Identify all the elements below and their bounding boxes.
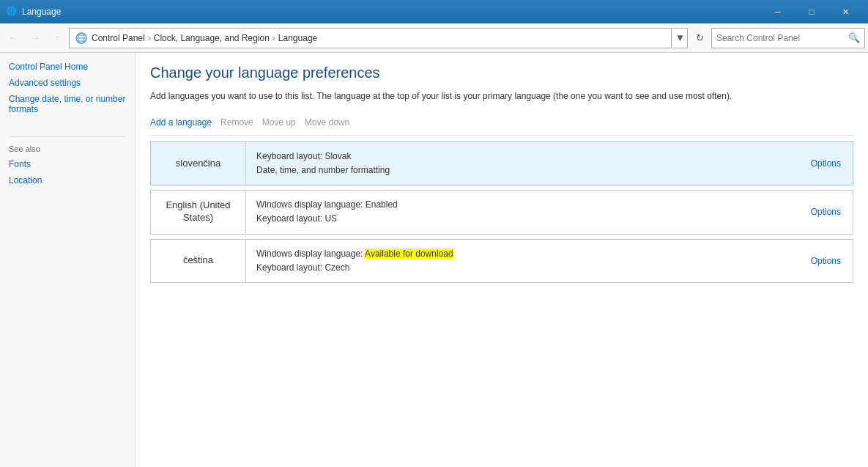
sidebar-item-fonts[interactable]: Fonts [9,159,126,169]
lang-options-slovenčina: Options [799,142,853,185]
content-area: Change your language preferences Add lan… [136,53,868,467]
sidebar-divider [9,136,126,137]
options-link-slovenčina[interactable]: Options [811,158,841,169]
lang-detail-keyboard-czech: Keyboard layout: Czech [256,261,789,275]
lang-detail-display-czech: Windows display language: Available for … [256,247,789,261]
lang-details-english: Windows display language: Enabled Keyboa… [246,191,799,233]
sidebar-item-change-date-time[interactable]: Change date, time, or number formats [9,94,126,114]
lang-name-čeština: čeština [151,240,246,282]
sidebar-item-advanced-settings[interactable]: Advanced settings [9,78,126,88]
title-bar-icon: 🌐 [6,6,18,18]
breadcrumb-control-panel[interactable]: Control Panel [92,33,145,43]
see-also-section: See also Fonts Location [9,144,126,191]
move-down-button[interactable]: Move down [305,114,355,130]
back-button[interactable]: ← [3,28,23,48]
see-also-label: See also [9,144,126,153]
lang-options-čeština: Options [799,240,853,282]
title-bar: 🌐 Language ─ □ ✕ [0,0,868,23]
address-dropdown-button[interactable]: ▼ [673,28,688,48]
refresh-button[interactable]: ↻ [689,28,710,48]
search-box: 🔍 [711,28,865,48]
options-link-english[interactable]: Options [811,207,841,217]
language-toolbar: Add a language Remove Move up Move down [150,114,853,136]
lang-options-english: Options [799,191,853,233]
language-item-slovenčina[interactable]: slovenčina Keyboard layout: Slovak Date,… [150,141,853,185]
lang-details-slovenčina: Keyboard layout: Slovak Date, time, and … [246,142,799,185]
forward-button[interactable]: → [25,28,45,48]
sidebar-nav: Control Panel Home Advanced settings Cha… [9,62,126,120]
address-bar: ← → ↑ Control Panel › Clock, Language, a… [0,23,868,53]
language-item-čeština[interactable]: čeština Windows display language: Availa… [150,239,853,283]
sidebar-item-location[interactable]: Location [9,175,126,185]
address-path[interactable]: Control Panel › Clock, Language, and Reg… [69,28,672,48]
lang-detail-keyboard-slovak: Keyboard layout: Slovak [256,150,789,163]
lang-detail-display-czech-highlight: Available for download [365,249,453,259]
sidebar: Control Panel Home Advanced settings Cha… [0,53,136,467]
lang-name-english: English (United States) [151,191,246,233]
lang-details-čeština: Windows display language: Available for … [246,240,799,282]
language-list: slovenčina Keyboard layout: Slovak Date,… [150,141,853,283]
sidebar-item-control-panel-home[interactable]: Control Panel Home [9,62,126,72]
language-item-english[interactable]: English (United States) Windows display … [150,190,853,234]
title-bar-title: Language [22,7,761,17]
add-language-button[interactable]: Add a language [150,114,218,130]
description-text: Add languages you want to use to this li… [150,90,853,103]
lang-name-slovenčina: slovenčina [151,142,246,185]
page-title: Change your language preferences [150,65,853,81]
search-icon: 🔍 [848,32,860,43]
breadcrumb-region[interactable]: Clock, Language, and Region [154,33,270,43]
up-button[interactable]: ↑ [47,28,67,48]
lang-detail-display-english: Windows display language: Enabled [256,198,789,212]
close-button[interactable]: ✕ [828,0,862,23]
options-link-čeština[interactable]: Options [811,256,841,266]
breadcrumb-language[interactable]: Language [278,33,317,43]
minimize-button[interactable]: ─ [761,0,795,23]
title-bar-controls: ─ □ ✕ [761,0,862,23]
move-up-button[interactable]: Move up [262,114,302,130]
search-input[interactable] [716,33,848,43]
lang-detail-display-czech-prefix: Windows display language: [256,249,365,259]
lang-detail-datetime-slovak: Date, time, and number formatting [256,163,789,177]
main-layout: Control Panel Home Advanced settings Cha… [0,53,868,467]
remove-button[interactable]: Remove [220,114,259,130]
maximize-button[interactable]: □ [795,0,828,23]
lang-detail-keyboard-english: Keyboard layout: US [256,212,789,226]
